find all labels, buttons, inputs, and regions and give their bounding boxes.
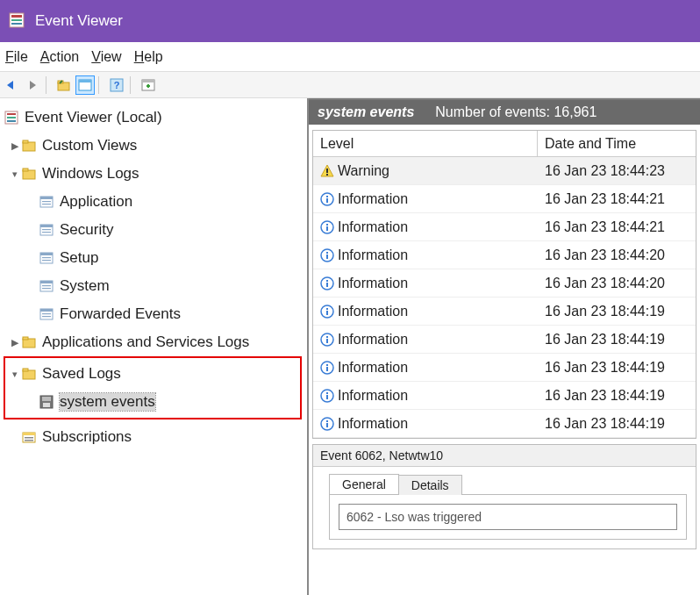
folder-icon [21, 334, 37, 350]
caret-down-icon: ▾ [9, 168, 21, 180]
table-row[interactable]: Information16 Jan 23 18:44:20 [313, 241, 696, 269]
level-text: Information [338, 219, 408, 235]
tree-saved-log-item[interactable]: system events [5, 388, 296, 416]
svg-rect-39 [42, 316, 51, 317]
svg-rect-1 [11, 15, 22, 18]
tree-saved-logs[interactable]: ▾ Saved Logs [5, 360, 296, 388]
tree-label: system events [60, 393, 155, 411]
content-pane: system events Number of events: 16,961 L… [309, 98, 700, 595]
tree-log-item[interactable]: Setup [4, 244, 304, 272]
menu-file[interactable]: File [5, 49, 28, 65]
properties-button[interactable] [75, 75, 95, 95]
info-icon [320, 333, 334, 347]
event-table: Level Date and Time Warning16 Jan 23 18:… [312, 130, 696, 439]
tab-details[interactable]: Details [398, 475, 462, 495]
svg-rect-49 [25, 437, 33, 439]
preview-button[interactable] [139, 75, 158, 95]
folder-icon [21, 366, 37, 382]
svg-rect-27 [42, 232, 51, 233]
table-row[interactable]: Information16 Jan 23 18:44:20 [313, 269, 696, 298]
svg-rect-35 [42, 288, 51, 289]
caret-icon: ▶ [9, 337, 21, 348]
column-date[interactable]: Date and Time [538, 136, 696, 152]
detail-title: Event 6062, Netwtw10 [313, 445, 696, 467]
svg-rect-48 [23, 433, 35, 435]
log-icon [39, 250, 54, 266]
tree-label: Custom Views [42, 137, 137, 154]
level-text: Information [338, 276, 408, 291]
tab-general[interactable]: General [329, 474, 399, 494]
table-row[interactable]: Information16 Jan 23 18:44:19 [313, 410, 696, 438]
column-level[interactable]: Level [313, 131, 538, 156]
svg-rect-64 [326, 283, 328, 287]
open-button[interactable] [54, 75, 74, 95]
table-row[interactable]: Information16 Jan 23 18:44:19 [313, 298, 696, 326]
svg-rect-69 [326, 336, 328, 338]
svg-rect-41 [23, 337, 28, 340]
level-text: Information [338, 304, 408, 319]
svg-rect-22 [42, 201, 51, 202]
svg-rect-58 [326, 226, 328, 231]
table-row[interactable]: Information16 Jan 23 18:44:19 [313, 326, 696, 354]
nav-forward-button[interactable] [23, 75, 42, 95]
disk-icon [39, 394, 54, 410]
date-text: 16 Jan 23 18:44:21 [538, 219, 696, 235]
app-icon [9, 12, 26, 30]
nav-back-button[interactable] [2, 75, 21, 95]
svg-rect-15 [7, 120, 16, 122]
svg-rect-2 [11, 19, 22, 21]
menu-view[interactable]: View [91, 49, 121, 65]
tree-custom-views[interactable]: ▶ Custom Views [4, 132, 304, 160]
svg-rect-21 [40, 197, 53, 199]
tree-label: Security [60, 221, 113, 239]
date-text: 16 Jan 23 18:44:19 [538, 416, 696, 432]
detail-message: 6062 - Lso was triggered [339, 504, 677, 530]
menu-help[interactable]: Help [134, 49, 163, 65]
svg-text:?: ? [114, 80, 120, 90]
info-icon [320, 389, 334, 403]
svg-rect-46 [43, 403, 50, 407]
main-area: Event Viewer (Local) ▶ Custom Views ▾ Wi… [0, 98, 700, 595]
table-row[interactable]: Information16 Jan 23 18:44:19 [313, 382, 696, 410]
tree-subscriptions[interactable]: Subscriptions [4, 423, 304, 451]
date-text: 16 Jan 23 18:44:19 [538, 388, 696, 404]
svg-rect-13 [7, 113, 16, 115]
svg-rect-45 [42, 397, 51, 401]
menu-action[interactable]: Action [40, 49, 79, 65]
level-text: Information [338, 191, 408, 207]
table-row[interactable]: Information16 Jan 23 18:44:21 [313, 213, 696, 241]
caret-icon: ▶ [9, 140, 21, 152]
tree-log-item[interactable]: Security [4, 216, 304, 244]
tree-label: Application [60, 193, 132, 211]
table-row[interactable]: Information16 Jan 23 18:44:21 [313, 185, 696, 213]
svg-rect-31 [42, 260, 51, 261]
info-icon [320, 220, 334, 234]
tree-apps-services-logs[interactable]: ▶ Applications and Services Logs [4, 328, 304, 356]
tree-root-label: Event Viewer (Local) [25, 109, 162, 126]
warning-icon [320, 164, 334, 178]
tree-windows-logs[interactable]: ▾ Windows Logs [4, 160, 304, 188]
help-button[interactable]: ? [107, 75, 126, 95]
svg-rect-61 [326, 254, 328, 259]
highlight-annotation: ▾ Saved Logs system events [4, 356, 302, 419]
tree-log-item[interactable]: Forwarded Events [4, 300, 304, 328]
detail-pane: Event 6062, Netwtw10 General Details 606… [312, 444, 696, 549]
svg-rect-19 [23, 168, 28, 171]
log-icon [39, 222, 54, 238]
caret-down-icon: ▾ [9, 369, 21, 380]
log-icon [39, 278, 54, 294]
tree-log-item[interactable]: System [4, 272, 304, 300]
tree-label: System [60, 277, 110, 295]
tree-root[interactable]: Event Viewer (Local) [4, 104, 304, 132]
table-row[interactable]: Warning16 Jan 23 18:44:23 [313, 157, 696, 185]
tree-pane: Event Viewer (Local) ▶ Custom Views ▾ Wi… [0, 98, 309, 595]
date-text: 16 Jan 23 18:44:20 [538, 247, 696, 263]
level-text: Information [338, 416, 408, 432]
tree-log-item[interactable]: Application [4, 188, 304, 216]
window-title: Event Viewer [35, 12, 123, 30]
level-text: Information [338, 332, 408, 348]
svg-rect-33 [40, 281, 53, 283]
info-icon [320, 305, 334, 319]
tree-label: Saved Logs [42, 365, 121, 383]
table-row[interactable]: Information16 Jan 23 18:44:19 [313, 354, 696, 382]
